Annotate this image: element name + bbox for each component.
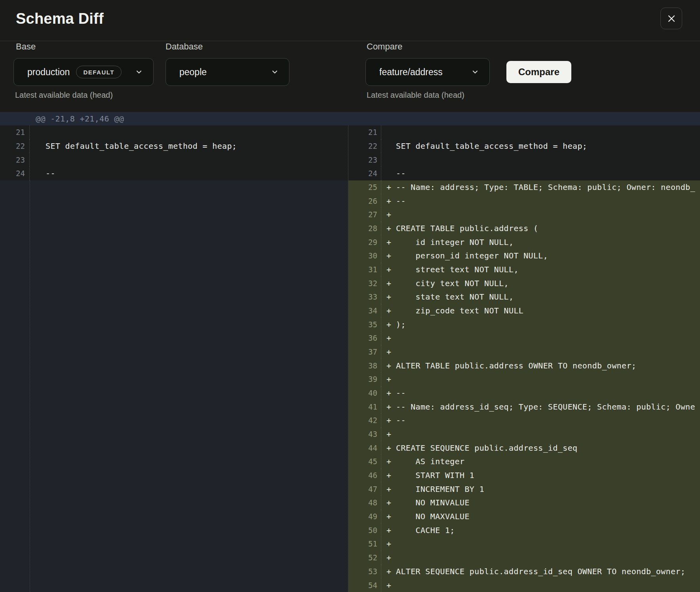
diff-line: 49+ NO MAXVALUE [348,510,700,524]
diff-line: 23 [0,153,348,167]
added-line-marker: + [381,388,396,398]
base-hint: Latest available data (head) [15,91,113,100]
line-number: 24 [348,167,381,180]
line-text: id integer NOT NULL, [396,237,514,247]
line-text: -- [396,196,406,206]
diff-line: 50+ CACHE 1; [348,523,700,537]
added-line-marker: + [381,265,396,274]
added-line-marker: + [381,237,396,247]
line-text: ); [396,320,406,329]
line-number: 21 [0,125,30,139]
diff-line: 27+ [348,208,700,222]
base-branch-value: production [27,67,70,78]
line-number: 45 [348,455,381,469]
line-text: CREATE TABLE public.address ( [396,224,538,233]
added-line-marker: + [381,526,396,535]
diff-line: 32+ city text NOT NULL, [348,276,700,290]
added-line-marker: + [381,457,396,466]
line-number: 35 [348,317,381,331]
compare-button[interactable]: Compare [506,61,571,83]
diff-line: 34+ zip_code text NOT NULL [348,304,700,318]
added-line-marker: + [381,361,396,370]
line-text: INCREMENT BY 1 [396,484,484,494]
diff-line: 24-- [348,167,700,180]
diff-line: 37+ [348,345,700,359]
diff-panes: 2122SET default_table_access_method = he… [0,125,700,592]
line-number: 39 [348,372,381,386]
line-number: 24 [0,167,30,180]
diff-line: 25+-- Name: address; Type: TABLE; Schema… [348,180,700,194]
line-number: 36 [348,331,381,345]
diff-line: 31+ street text NOT NULL, [348,263,700,277]
added-line-marker: + [381,251,396,260]
added-line-marker: + [381,512,396,521]
diff-line: 44+CREATE SEQUENCE public.address_id_seq [348,441,700,455]
base-label: Base [16,42,36,52]
line-number: 22 [0,139,30,153]
line-number: 46 [348,469,381,482]
line-number: 48 [348,496,381,510]
diff-line: 21 [0,125,348,139]
compare-branch-select[interactable]: feature/address [365,58,490,86]
line-number: 27 [348,208,381,222]
diff-line: 54+ [348,578,700,592]
added-line-marker: + [381,306,396,315]
database-select[interactable]: people [165,58,289,86]
line-number: 30 [348,249,381,263]
line-number: 40 [348,386,381,400]
diff-line: 53+ALTER SEQUENCE public.address_id_seq … [348,565,700,579]
diff-line: 29+ id integer NOT NULL, [348,235,700,249]
line-number: 50 [348,523,381,537]
diff-line: 39+ [348,372,700,386]
line-number: 23 [0,153,30,167]
added-line-marker: + [381,553,396,562]
line-text: SET default_table_access_method = heap; [396,141,587,151]
diff-line: 22SET default_table_access_method = heap… [0,139,348,153]
schema-diff-viewer: @@ -21,8 +21,46 @@ 2122SET default_table… [0,112,700,592]
added-line-marker: + [381,498,396,507]
line-number: 28 [348,222,381,235]
diff-line: 36+ [348,331,700,345]
line-number: 21 [348,125,381,139]
line-text: ALTER SEQUENCE public.address_id_seq OWN… [396,567,685,576]
diff-line: 26+-- [348,194,700,208]
line-number: 33 [348,290,381,304]
line-text: NO MINVALUE [396,498,470,507]
added-line-marker: + [381,581,396,590]
chevron-down-icon [135,68,143,76]
line-text: CREATE SEQUENCE public.address_id_seq [396,443,577,453]
line-number: 42 [348,414,381,427]
diff-line: 41+-- Name: address_id_seq; Type: SEQUEN… [348,400,700,414]
line-text: -- [46,169,55,178]
diff-line: 45+ AS integer [348,455,700,469]
line-number: 25 [348,180,381,194]
line-text: AS integer [396,457,464,466]
line-number: 37 [348,345,381,359]
line-text: NO MAXVALUE [396,512,470,521]
compare-label: Compare [367,42,402,52]
added-line-marker: + [381,416,396,425]
header-divider [0,41,700,41]
diff-line: 40+-- [348,386,700,400]
line-text: -- Name: address_id_seq; Type: SEQUENCE;… [396,402,695,412]
added-line-marker: + [381,210,396,219]
base-branch-select[interactable]: production DEFAULT [13,58,154,86]
line-number: 54 [348,578,381,592]
diff-line: 23 [348,153,700,167]
left-gutter-line [0,180,30,592]
line-number: 53 [348,565,381,579]
default-badge: DEFAULT [76,66,122,78]
chevron-down-icon [471,68,479,76]
base-lines: 2122SET default_table_access_method = he… [0,125,348,180]
added-line-marker: + [381,539,396,548]
added-line-marker: + [381,279,396,288]
added-line-marker: + [381,347,396,357]
line-number: 52 [348,551,381,565]
diff-line: 35+); [348,317,700,331]
database-label: Database [165,42,203,52]
added-line-marker: + [381,320,396,329]
diff-line: 33+ state text NOT NULL, [348,290,700,304]
close-button[interactable] [660,8,682,29]
diff-line: 22SET default_table_access_method = heap… [348,139,700,153]
compare-branch-value: feature/address [379,67,443,78]
